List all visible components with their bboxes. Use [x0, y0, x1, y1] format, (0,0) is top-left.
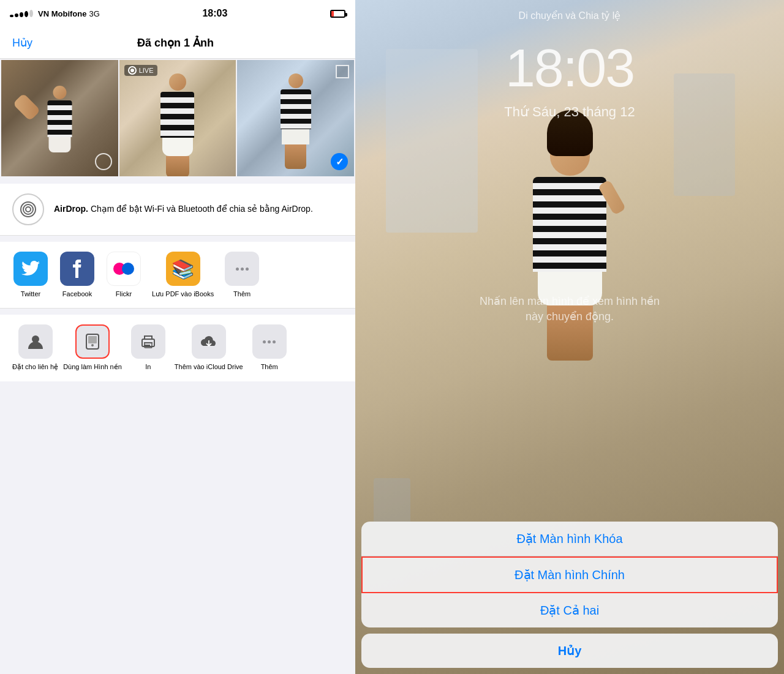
wave-inner [25, 206, 31, 212]
cancel-button[interactable]: Hủy [12, 36, 32, 50]
lock-hint: Nhấn lên màn hình để xem hình hền này ch… [478, 294, 662, 324]
contact-label: Đặt cho liên hệ [12, 362, 58, 371]
airdrop-row[interactable]: AirDrop. Chạm để bật Wi-Fi và Bluetooth … [0, 184, 355, 236]
set-lock-screen-button[interactable]: Đặt Màn hình Khóa [361, 522, 778, 556]
photo-selected-badge: ✓ [331, 153, 348, 170]
print-icon [131, 324, 165, 359]
more-apps-icon [225, 252, 259, 286]
action-more[interactable]: Thêm [248, 324, 291, 371]
more-actions-label: Thêm [261, 362, 278, 371]
facebook-label: Facebook [62, 290, 92, 298]
action-wallpaper[interactable]: Dùng làm Hình nền [63, 324, 122, 371]
ibooks-icon: 📚 [166, 252, 200, 286]
icloud-label: Thêm vào iCloud Drive [175, 362, 243, 371]
contact-icon [18, 324, 53, 359]
set-both-button[interactable]: Đặt Cả hai [361, 593, 778, 627]
photo-unselected-badge-1 [95, 153, 112, 170]
photos-grid: LIVE ✓ [0, 59, 355, 178]
lock-time: 18:03 [355, 37, 784, 99]
action-contact[interactable]: Đặt cho liên hệ [12, 324, 58, 371]
lock-date: Thứ Sáu, 23 tháng 12 [355, 104, 784, 120]
header-title: Đã chọn 1 Ảnh [137, 36, 214, 50]
airdrop-waves [19, 200, 37, 219]
wallpaper-label: Dùng làm Hình nền [63, 362, 122, 371]
share-app-ibooks[interactable]: 📚 Lưu PDF vào iBooks [152, 252, 214, 298]
adot-2 [268, 340, 271, 343]
flickr-label: Flickr [116, 290, 132, 298]
dot-3 [246, 268, 249, 271]
more-dots [236, 268, 249, 271]
left-panel: VN Mobifone 3G 18:03 Hủy Đã chọn 1 Ảnh [0, 0, 355, 674]
battery-fill [331, 11, 334, 17]
photo-item-2[interactable]: LIVE [119, 60, 236, 176]
divider-2 [0, 236, 355, 242]
action-sheet-cancel-button[interactable]: Hủy [361, 634, 778, 668]
airdrop-description: AirDrop. Chạm để bật Wi-Fi và Bluetooth … [54, 203, 313, 215]
dot-1 [236, 268, 239, 271]
photo-picker-header: Hủy Đã chọn 1 Ảnh [0, 27, 355, 59]
svg-rect-2 [88, 336, 97, 343]
network-label: 3G [89, 9, 99, 18]
signal-strength [10, 10, 33, 17]
share-app-facebook[interactable]: Facebook [59, 252, 96, 298]
status-bar: VN Mobifone 3G 18:03 [0, 0, 355, 27]
airdrop-text: Chạm để bật Wi-Fi và Bluetooth để chia s… [91, 204, 313, 214]
print-label: In [145, 362, 151, 371]
more-apps-label: Thêm [233, 290, 251, 298]
action-sheet-options: Đặt Màn hình Khóa Đặt Màn hình Chính Đặt… [361, 522, 778, 627]
flickr-blue-dot [122, 263, 134, 275]
ibooks-label: Lưu PDF vào iBooks [152, 290, 214, 298]
twitter-label: Twitter [21, 290, 40, 298]
live-badge: LIVE [124, 65, 157, 76]
twitter-icon [13, 252, 48, 286]
status-left: VN Mobifone 3G [10, 9, 100, 18]
move-scale-label: Di chuyển và Chia tỷ lệ [355, 10, 784, 21]
svg-point-3 [91, 344, 94, 346]
photo-item-1[interactable] [1, 60, 118, 176]
dot-2 [241, 268, 244, 271]
adot-1 [263, 340, 266, 343]
divider-3 [0, 309, 355, 315]
set-home-screen-button[interactable]: Đặt Màn hình Chính [361, 556, 778, 593]
action-row: Đặt cho liên hệ Dùng làm Hình nền [0, 315, 355, 381]
status-right [330, 10, 345, 18]
photo-item-3[interactable]: ✓ [237, 60, 354, 176]
action-print[interactable]: In [127, 324, 170, 371]
carrier-label: VN Mobifone [38, 9, 86, 18]
share-app-row: Twitter Facebook Flickr 📚 [0, 242, 355, 309]
facebook-icon [60, 252, 94, 286]
airdrop-icon [12, 193, 44, 225]
share-app-flickr[interactable]: Flickr [105, 252, 142, 298]
more-action-dots [263, 340, 276, 343]
divider-1 [0, 178, 355, 184]
wallpaper-icon [75, 324, 110, 359]
flickr-icon [107, 252, 141, 286]
adot-3 [273, 340, 276, 343]
action-icloud[interactable]: Thêm vào iCloud Drive [175, 324, 243, 371]
status-time: 18:03 [202, 8, 227, 19]
battery-icon [330, 10, 345, 18]
icloud-icon [192, 324, 226, 359]
right-panel: Di chuyển và Chia tỷ lệ 18:03 Thứ Sáu, 2… [355, 0, 784, 674]
flickr-dots [113, 263, 134, 275]
airdrop-name: AirDrop. [54, 204, 88, 214]
more-actions-icon [252, 324, 287, 359]
wallpaper-action-sheet: Đặt Màn hình Khóa Đặt Màn hình Chính Đặt… [355, 522, 784, 674]
share-app-twitter[interactable]: Twitter [12, 252, 49, 298]
share-app-more[interactable]: Thêm [224, 252, 260, 298]
